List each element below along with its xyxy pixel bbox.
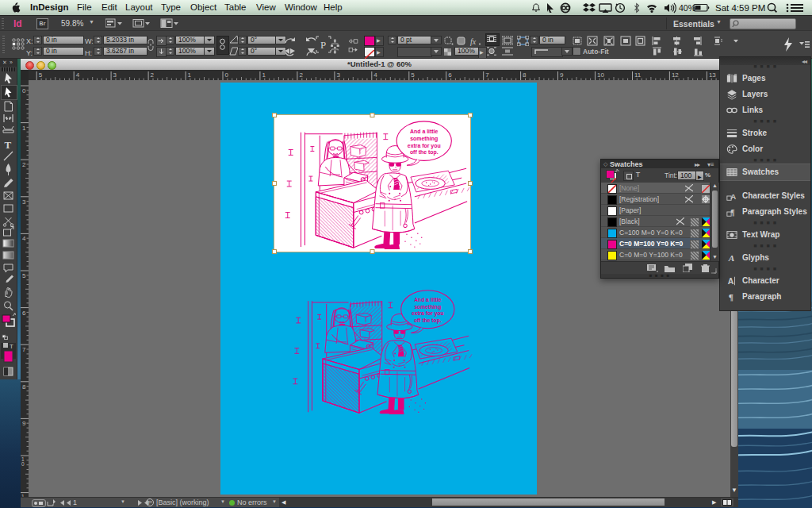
svg-text:1: 1 [262,71,266,79]
svg-text:3: 3 [336,71,340,79]
svg-text:4: 4 [76,71,80,79]
svg-text:fx: fx [470,37,477,46]
svg-text:7: 7 [485,71,489,79]
svg-text:3: 3 [22,198,26,206]
svg-text:2: 2 [22,161,26,168]
svg-text:7: 7 [22,346,26,353]
svg-text:4: 4 [373,71,377,79]
svg-text:9: 9 [560,71,564,79]
svg-text:8: 8 [523,71,527,79]
svg-text:T: T [10,343,13,350]
svg-text:P: P [320,39,326,51]
svg-text:¶: ¶ [730,208,734,217]
svg-text:9: 9 [22,420,26,427]
svg-text:5: 5 [39,71,43,79]
svg-text:4: 4 [22,235,26,242]
svg-text:2: 2 [299,71,303,79]
svg-text:5: 5 [411,71,415,79]
svg-text:A: A [728,253,735,263]
svg-text:1: 1 [22,125,26,132]
svg-text:A: A [730,192,736,201]
svg-text:6: 6 [448,71,452,79]
svg-text:3: 3 [113,71,117,79]
svg-text:13: 13 [709,71,716,79]
svg-text:0: 0 [21,461,25,467]
svg-text:12: 12 [672,71,679,79]
svg-text:¶: ¶ [729,292,733,302]
svg-text:2: 2 [151,71,155,79]
svg-text:0: 0 [22,87,26,94]
svg-text:8: 8 [22,383,26,391]
svg-text:5: 5 [22,272,26,279]
svg-text:1: 1 [188,71,192,79]
svg-text:10: 10 [597,71,604,79]
svg-text:T: T [5,139,12,151]
svg-text:P: P [148,499,152,506]
svg-text:6: 6 [22,310,26,317]
svg-text:A: A [728,276,734,286]
svg-text:0: 0 [225,71,229,79]
svg-text:11: 11 [634,71,642,79]
